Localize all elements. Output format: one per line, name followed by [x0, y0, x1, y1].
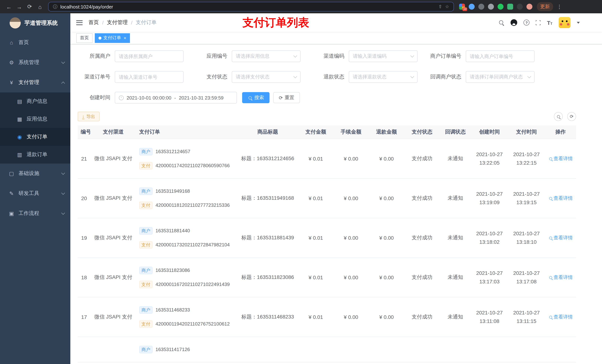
browser-forward-icon[interactable]: →: [14, 3, 24, 10]
cell-notify: [440, 337, 471, 362]
export-button-label: 导出: [86, 113, 95, 120]
home-icon: ⌂: [8, 40, 15, 45]
tab-home[interactable]: 首页: [76, 33, 93, 43]
sidebar: 芋道管理系统 ⌂ 首页 ⚙ 系统管理 ¥ 支付管理 ▤ 商户信息: [0, 13, 70, 364]
cell-channel: 微信 JSAPI 支付: [90, 297, 136, 337]
cell-title: 标题：1635311949168: [237, 178, 298, 218]
cell-action: 查看详情: [545, 139, 576, 178]
share-icon[interactable]: ⇧: [438, 4, 442, 9]
browser-menu-dots-icon[interactable]: ⋮: [557, 4, 562, 10]
select-placeholder: 请输入渠道编码: [353, 53, 387, 60]
address-bar[interactable]: ⓘ localhost:1024/pay/order ⇧ ☆: [48, 2, 454, 11]
extension-icon-5[interactable]: [507, 4, 513, 10]
view-detail-link[interactable]: 查看详情: [548, 274, 573, 281]
cell-notify: 未通知: [440, 139, 471, 178]
sidebar-item-label: 基础设施: [19, 170, 39, 177]
sidebar-item-merchant-info[interactable]: ▤ 商户信息: [0, 93, 70, 110]
sidebar-item-home[interactable]: ⌂ 首页: [0, 32, 70, 52]
export-button[interactable]: ↓ 导出: [78, 112, 100, 121]
tab-label: 支付订单: [103, 35, 121, 41]
merchant-order-no-input[interactable]: [470, 53, 531, 59]
cell-channel: 微信 JSAPI 支付: [90, 218, 136, 258]
channel-order-no-input[interactable]: [119, 74, 180, 80]
tab-pay-order[interactable]: 支付订单 ×: [95, 33, 130, 43]
col-notify: 回调状态: [440, 125, 471, 139]
cell-notify: 未通知: [440, 297, 471, 337]
extension-icon-3[interactable]: [488, 4, 494, 10]
pay-tag: 支付: [139, 320, 152, 328]
toggle-search-button[interactable]: [554, 112, 563, 121]
search-icon[interactable]: [499, 20, 505, 25]
app-no-select[interactable]: 请选择应用信息: [232, 50, 301, 62]
cell-title: [237, 337, 298, 362]
sidebar-item-dev-tools[interactable]: ✎ 研发工具: [0, 184, 70, 203]
app-logo[interactable]: 芋道管理系统: [0, 13, 70, 32]
view-detail-link[interactable]: 查看详情: [548, 155, 573, 162]
font-size-icon[interactable]: TT: [547, 20, 552, 25]
pay-order-no: 4200001181202110277723215336: [155, 202, 230, 208]
fullscreen-icon[interactable]: [536, 20, 541, 25]
merchant-input[interactable]: [119, 53, 180, 59]
view-detail-link[interactable]: 查看详情: [548, 234, 573, 241]
pay-tag: 支付: [139, 162, 152, 169]
extension-icon-6[interactable]: [517, 4, 523, 10]
notify-status-select[interactable]: 请选择订单回调商户状态: [466, 71, 535, 83]
sidebar-item-refund-order[interactable]: ▥ 退款订单: [0, 146, 70, 164]
cell-fee: ¥ 0.00: [333, 139, 369, 178]
merchant-select[interactable]: [115, 50, 184, 62]
cell-notify: 未通知: [440, 258, 471, 297]
profile-avatar-icon[interactable]: [527, 4, 532, 10]
view-detail-link[interactable]: 查看详情: [548, 195, 573, 201]
extension-icon-2[interactable]: [478, 4, 484, 10]
extension-icon-1[interactable]: [469, 4, 475, 10]
chevron-down-icon: [61, 211, 65, 215]
refresh-table-button[interactable]: ⟳: [567, 112, 576, 121]
extension-icon-4[interactable]: [498, 4, 504, 10]
sidebar-item-app-info[interactable]: ▦ 应用信息: [0, 110, 70, 128]
sidebar-item-workflow[interactable]: ▣ 工作流程: [0, 203, 70, 223]
browser-home-icon[interactable]: ⌂: [35, 3, 45, 10]
reset-button[interactable]: ⟳ 重置: [273, 92, 300, 103]
site-info-icon[interactable]: ⓘ: [53, 3, 57, 10]
sidebar-item-system[interactable]: ⚙ 系统管理: [0, 52, 70, 73]
search-button[interactable]: 搜索: [242, 92, 269, 103]
merchant-order-no: 1635311823086: [155, 268, 190, 273]
close-icon[interactable]: ×: [124, 36, 126, 40]
cell-status: 支付成功: [404, 218, 440, 258]
browser-back-icon[interactable]: ←: [4, 3, 14, 10]
browser-update-button[interactable]: 更新: [537, 2, 553, 11]
user-avatar[interactable]: [559, 17, 570, 28]
pay-status-select[interactable]: 请选择支付状态: [232, 71, 301, 83]
chevron-down-icon: [410, 54, 414, 58]
breadcrumb-payment[interactable]: 支付管理: [107, 19, 128, 26]
channel-code-select[interactable]: 请输入渠道编码: [349, 50, 418, 62]
bookmark-star-icon[interactable]: ☆: [445, 4, 449, 9]
url-text[interactable]: localhost:1024/pay/order: [60, 4, 435, 10]
sidebar-item-payment[interactable]: ¥ 支付管理: [0, 73, 70, 93]
cell-create-time: 2021-10-27 13:17:03: [471, 258, 508, 297]
hamburger-icon[interactable]: [76, 20, 83, 25]
gear-icon: ⚙: [8, 60, 15, 65]
sidebar-item-pay-order[interactable]: ◉ 支付订单: [0, 128, 70, 146]
caret-down-icon[interactable]: [577, 22, 580, 23]
create-time-range-picker[interactable]: 2021-10-01 00:00:00 - 2021-10-31 23:59:5…: [115, 92, 237, 104]
filter-label-notify-status: 回调商户状态: [429, 74, 466, 80]
github-icon[interactable]: [511, 19, 517, 26]
refund-status-select[interactable]: 请选择退款状态: [349, 71, 418, 83]
merchant-order-no: 1635311468233: [155, 307, 190, 312]
chevron-up-icon: [61, 81, 65, 85]
breadcrumb-home[interactable]: 首页: [88, 19, 99, 26]
search-icon: [557, 115, 560, 118]
pay-tag: 支付: [139, 281, 152, 288]
search-icon: [248, 96, 252, 100]
table-row-partial: 商户1635311417126: [78, 337, 576, 362]
help-icon[interactable]: ?: [524, 20, 530, 26]
sidebar-item-infrastructure[interactable]: ▢ 基础设施: [0, 164, 70, 184]
magnifier-icon: [549, 276, 552, 279]
browser-refresh-icon[interactable]: ⟳: [24, 3, 35, 10]
view-detail-link[interactable]: 查看详情: [548, 313, 573, 320]
merchant-tag: 商户: [139, 148, 152, 155]
merchant-order-no-field[interactable]: [466, 50, 535, 62]
channel-order-no-field[interactable]: [115, 71, 184, 83]
extensions-puzzle-icon[interactable]: 10: [459, 4, 465, 10]
